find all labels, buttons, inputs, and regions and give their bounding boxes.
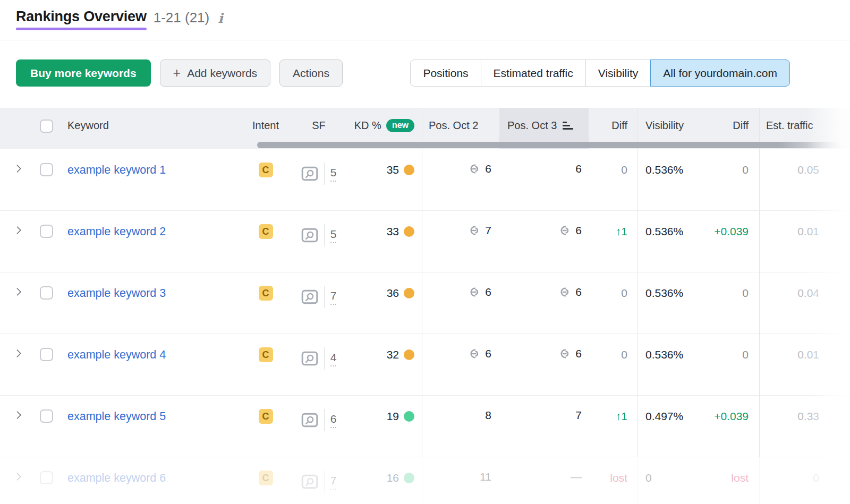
pos-oct-3-cell-inner: 6: [558, 347, 582, 360]
kd-inner: 32: [387, 348, 414, 361]
keyword-cell: example keyword 1: [58, 149, 244, 210]
link-icon[interactable]: [468, 163, 481, 175]
serp-features-icon: [301, 351, 318, 366]
link-icon[interactable]: [558, 286, 572, 298]
diff-positions-cell: 0: [589, 149, 638, 210]
sf-divider: [324, 224, 325, 246]
keyword-link[interactable]: example keyword 6: [67, 472, 166, 485]
table-row: example keyword 5C61987↑10.497%+0.0390.3…: [0, 396, 850, 457]
link-icon[interactable]: [558, 348, 572, 360]
table-row: example keyword 1C5356600.536%00.05: [0, 149, 850, 211]
keyword-link[interactable]: example keyword 2: [67, 225, 166, 238]
kd-inner: 16: [387, 472, 414, 484]
link-icon[interactable]: [558, 225, 572, 236]
horizontal-scrollbar[interactable]: [257, 142, 850, 148]
link-icon[interactable]: [468, 286, 481, 298]
sf-count[interactable]: 4: [330, 351, 337, 366]
row-checkbox[interactable]: [40, 225, 53, 238]
pos-oct-3-cell: —: [499, 457, 589, 503]
header-keyword[interactable]: Keyword: [58, 108, 244, 149]
serp-features-icon: [301, 474, 318, 489]
actions-button[interactable]: Actions: [279, 59, 343, 87]
checkbox-cell: [34, 272, 58, 334]
info-icon[interactable]: [218, 11, 223, 26]
expand-cell: [0, 149, 34, 210]
table-row: example keyword 3C7366600.536%00.04: [0, 272, 850, 334]
diff-visibility-cell: 0: [701, 334, 760, 395]
sf-count[interactable]: 5: [330, 166, 337, 181]
intent-badge[interactable]: C: [259, 163, 273, 177]
sf-divider: [324, 409, 325, 431]
view-tab-estimated-traffic[interactable]: Estimated traffic: [481, 59, 586, 87]
expand-chevron-icon[interactable]: [13, 165, 21, 173]
view-tab-visibility[interactable]: Visibility: [585, 59, 651, 87]
diff-positions-cell: 0: [589, 334, 638, 395]
expand-chevron-icon[interactable]: [13, 288, 21, 296]
visibility-cell: 0.536%: [638, 149, 701, 210]
visibility-cell: 0.497%: [638, 396, 701, 457]
intent-badge[interactable]: C: [259, 286, 273, 301]
keyword-link[interactable]: example keyword 1: [67, 164, 166, 177]
view-tab-positions[interactable]: Positions: [410, 59, 481, 87]
pos-oct-2-cell-inner: 8: [485, 409, 491, 422]
serp-features-icon: [301, 289, 318, 304]
est-traffic-cell: 0.04: [760, 272, 850, 334]
intent-badge[interactable]: C: [259, 347, 273, 362]
keyword-cell: example keyword 4: [58, 334, 244, 395]
buy-more-keywords-button[interactable]: Buy more keywords: [16, 59, 151, 87]
sf-count[interactable]: 7: [330, 289, 337, 304]
sf-inner: 7: [301, 286, 337, 308]
sf-divider: [324, 347, 325, 370]
sf-inner: 6: [301, 409, 337, 431]
pos-oct-3-cell: 7: [499, 396, 589, 457]
pos-oct-2-cell: 8: [422, 396, 499, 457]
diff-visibility-cell: +0.039: [701, 211, 760, 272]
keyword-cell: example keyword 2: [58, 211, 244, 272]
row-checkbox[interactable]: [40, 348, 53, 361]
expand-chevron-icon[interactable]: [13, 226, 21, 235]
table-row: example keyword 6C71611—lost0lost0: [0, 457, 850, 503]
row-checkbox[interactable]: [40, 286, 53, 300]
select-all-checkbox[interactable]: [40, 119, 53, 133]
intent-cell: C: [244, 457, 287, 503]
keyword-link[interactable]: example keyword 4: [67, 348, 166, 362]
kd-value: 16: [387, 472, 399, 484]
view-tab-all-for-yourdomain-com[interactable]: All for yourdomain.com: [650, 59, 790, 87]
row-checkbox[interactable]: [40, 163, 53, 176]
expand-chevron-icon[interactable]: [13, 473, 21, 481]
pos-oct-2-cell-value: 6: [485, 286, 491, 298]
pos-oct-3-cell-inner: 6: [558, 286, 582, 298]
keyword-cell: example keyword 5: [58, 396, 244, 457]
expand-chevron-icon[interactable]: [13, 411, 21, 420]
link-icon[interactable]: [468, 348, 481, 360]
kd-value: 19: [387, 410, 399, 423]
row-checkbox[interactable]: [40, 409, 53, 423]
intent-badge[interactable]: C: [259, 409, 273, 424]
checkbox-cell: [34, 211, 58, 272]
keyword-link[interactable]: example keyword 3: [67, 287, 166, 300]
add-keywords-button[interactable]: Add keywords: [160, 59, 271, 87]
kd-cell: 32: [351, 334, 422, 395]
intent-cell: C: [244, 211, 287, 272]
rankings-overview-page: Rankings Overview 1-21 (21) Buy more key…: [0, 0, 850, 504]
intent-badge[interactable]: C: [259, 224, 273, 239]
sf-divider: [324, 286, 325, 308]
expand-chevron-icon[interactable]: [13, 349, 21, 358]
row-checkbox[interactable]: [40, 471, 53, 484]
pos-oct-3-cell: 6: [499, 211, 589, 272]
table-row: example keyword 4C4326600.536%00.01: [0, 334, 850, 396]
pos-oct-2-cell-value: 11: [480, 471, 491, 483]
pos-oct-3-cell-value: 6: [575, 347, 582, 360]
visibility-cell: 0.536%: [638, 334, 701, 395]
sf-count[interactable]: 7: [330, 474, 337, 489]
diff-visibility-cell: +0.039: [701, 396, 760, 457]
intent-badge[interactable]: C: [259, 471, 273, 485]
keyword-link[interactable]: example keyword 5: [67, 410, 166, 423]
sf-count[interactable]: 5: [330, 227, 337, 243]
pos-oct-2-cell: 7: [422, 211, 499, 272]
pos-oct-2-cell: 6: [422, 334, 499, 395]
sf-count[interactable]: 6: [330, 412, 337, 428]
link-icon[interactable]: [468, 225, 481, 236]
pos-oct-3-cell-inner: 7: [575, 409, 582, 422]
toolbar: Buy more keywords Add keywords Actions P…: [0, 40, 850, 108]
